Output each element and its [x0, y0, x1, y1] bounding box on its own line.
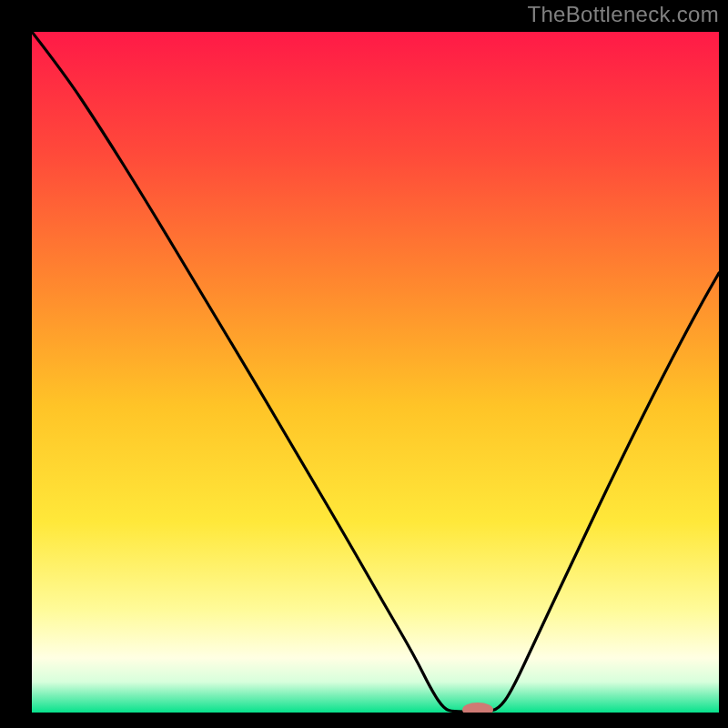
gradient-background: [32, 32, 719, 713]
optimal-marker: [462, 703, 493, 717]
chart-frame: TheBottleneck.com: [0, 0, 728, 728]
watermark-text: TheBottleneck.com: [527, 2, 719, 27]
bottleneck-plot: [0, 0, 728, 728]
